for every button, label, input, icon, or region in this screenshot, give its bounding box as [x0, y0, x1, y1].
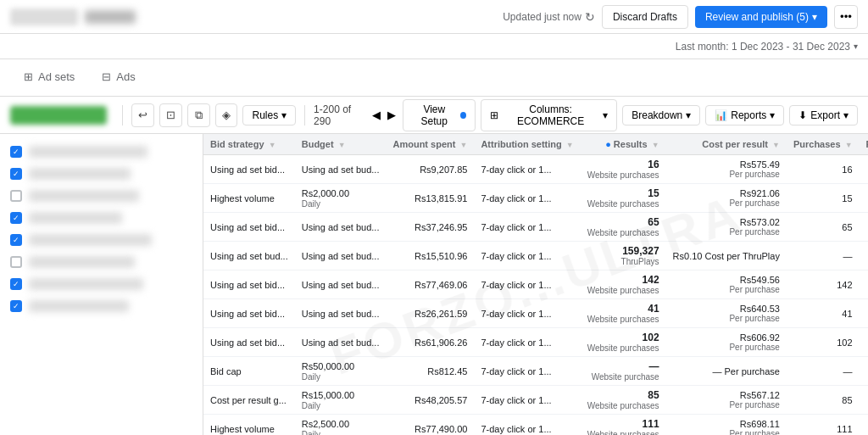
cell-amount-spent: Rs37,246.95 [386, 213, 474, 242]
logo [10, 8, 78, 25]
rules-button[interactable]: Rules ▾ [242, 105, 296, 125]
tab-adsets[interactable]: ⊞ Ad sets [10, 59, 88, 97]
cell-amount-spent: Rs77,469.06 [386, 270, 474, 299]
checkbox-1[interactable]: ✓ [10, 146, 22, 158]
reports-icon: 📊 [715, 109, 727, 121]
separator-2 [304, 105, 305, 125]
cell-results: 15 Website purchases [581, 184, 666, 213]
cell-cost-per-result: Rs549.56 Per purchase [666, 270, 787, 299]
breakdown-chevron-icon: ▾ [686, 109, 691, 121]
cell-amount-spent: Rs77,490.00 [386, 415, 474, 436]
sidebar-item-7[interactable]: ✓ [0, 273, 203, 295]
cell-purchase-roas: 12.72 [860, 155, 868, 184]
export-icon: ⬇ [798, 109, 807, 121]
cell-amount-spent: Rs812.45 [386, 357, 474, 386]
separator-1 [122, 105, 123, 125]
col-cost-per-result[interactable]: Cost per result ▼ [666, 134, 787, 155]
cell-cost-per-result: Rs921.06 Per purchase [666, 184, 787, 213]
breakdown-button[interactable]: Breakdown ▾ [622, 105, 700, 125]
cell-bid-strategy: Using ad set bid... [203, 155, 295, 184]
table-header-row: Bid strategy ▼ Budget ▼ Amount spent ▼ A… [203, 134, 868, 155]
col-purchase-roas[interactable]: Purchase ROAS (return on ad spend) ▼ [860, 134, 868, 155]
sidebar-item-2[interactable]: ✓ [0, 163, 203, 185]
cell-cost-per-result: Rs575.49 Per purchase [666, 155, 787, 184]
checkbox-6[interactable] [10, 256, 22, 268]
col-purchases[interactable]: Purchases ▼ [787, 134, 860, 155]
sidebar-item-8[interactable]: ✓ [0, 295, 203, 317]
delete-button[interactable]: ⊡ [159, 103, 182, 127]
checkbox-3[interactable] [10, 190, 22, 202]
table-row: Using ad set bid... Using ad set bud... … [203, 155, 868, 184]
cell-results: 41 Website purchases [581, 299, 666, 328]
cell-purchase-roas: 19.31 [860, 213, 868, 242]
top-bar-left [10, 8, 136, 25]
cell-bid-strategy: Highest volume [203, 415, 295, 436]
prev-page-button[interactable]: ◀ [370, 109, 382, 121]
checkbox-4[interactable]: ✓ [10, 212, 22, 224]
cell-purchases: — [787, 357, 860, 386]
cell-amount-spent: Rs9,207.85 [386, 155, 474, 184]
sidebar-label-7 [29, 278, 143, 290]
cell-cost-per-result: Rs0.10 Cost per ThruPlay [666, 242, 787, 270]
review-button[interactable]: Review and publish (5) ▾ [695, 6, 827, 28]
rules-chevron-icon: ▾ [281, 109, 287, 121]
sidebar-label-3 [29, 190, 139, 202]
columns-button[interactable]: ⊞ Columns: ECOMMERCE ▾ [481, 99, 617, 131]
cell-attribution: 7-day click or 1... [474, 155, 580, 184]
cell-purchase-roas: — [860, 357, 868, 386]
more-options-button[interactable]: ••• [834, 5, 858, 29]
account-name [85, 10, 136, 24]
cell-purchase-roas: 3.58 [860, 184, 868, 213]
sidebar-item-3[interactable] [0, 185, 203, 207]
main-content: ✓ ✓ ✓ ✓ [0, 134, 868, 435]
cell-budget: Using ad set bud... [295, 270, 387, 299]
cell-results: 16 Website purchases [581, 155, 666, 184]
discard-button[interactable]: Discard Drafts [602, 5, 688, 29]
sidebar-item-1[interactable]: ✓ [0, 141, 203, 163]
tag-button[interactable]: ◈ [215, 103, 238, 127]
next-page-button[interactable]: ▶ [386, 109, 398, 121]
checkbox-8[interactable]: ✓ [10, 300, 22, 312]
view-setup-button[interactable]: View Setup [403, 99, 476, 131]
tab-ads[interactable]: ⊟ Ads [88, 59, 148, 97]
col-amount-spent[interactable]: Amount spent ▼ [386, 134, 474, 155]
undo-button[interactable]: ↩ [131, 103, 154, 127]
cell-bid-strategy: Using ad set bud... [203, 242, 295, 270]
col-budget[interactable]: Budget ▼ [295, 134, 387, 155]
cell-cost-per-result: Rs567.12 Per purchase [666, 386, 787, 415]
sidebar-item-4[interactable]: ✓ [0, 207, 203, 229]
cell-budget: Using ad set bud... [295, 328, 387, 357]
checkbox-2[interactable]: ✓ [10, 168, 22, 180]
date-chevron-icon[interactable]: ▾ [854, 42, 858, 51]
more-icon: ••• [840, 10, 852, 23]
refresh-icon[interactable]: ↻ [585, 10, 595, 24]
sort-icon-cpr: ▼ [772, 141, 780, 149]
checkbox-7[interactable]: ✓ [10, 278, 22, 290]
sidebar-label-1 [29, 146, 147, 158]
cell-purchases: 142 [787, 270, 860, 299]
cell-bid-strategy: Using ad set bid... [203, 299, 295, 328]
cell-cost-per-result: Rs640.53 Per purchase [666, 299, 787, 328]
checkbox-5[interactable]: ✓ [10, 234, 22, 246]
sidebar-item-6[interactable] [0, 251, 203, 273]
cell-purchases: 85 [787, 386, 860, 415]
col-attribution[interactable]: Attribution setting ▼ [474, 134, 580, 155]
duplicate-button[interactable]: ⧉ [187, 103, 210, 127]
toolbar: ↩ ⊡ ⧉ ◈ Rules ▾ 1-200 of 290 ◀ ▶ View Se… [0, 97, 868, 134]
export-button[interactable]: ⬇ Export ▾ [789, 105, 858, 125]
cell-purchase-roas: 10.26 [860, 299, 868, 328]
col-bid-strategy[interactable]: Bid strategy ▼ [203, 134, 295, 155]
reports-button[interactable]: 📊 Reports ▾ [705, 105, 784, 125]
campaign-selector[interactable] [10, 106, 107, 125]
sidebar-item-5[interactable]: ✓ [0, 229, 203, 251]
columns-icon: ⊞ [490, 109, 498, 121]
table-row: Using ad set bid... Using ad set bud... … [203, 270, 868, 299]
cell-purchases: 65 [787, 213, 860, 242]
cell-attribution: 7-day click or 1... [474, 242, 580, 270]
cell-amount-spent: Rs15,510.96 [386, 242, 474, 270]
cell-purchase-roas: 10.88 [860, 328, 868, 357]
cell-budget: Using ad set bud... [295, 155, 387, 184]
sidebar-label-8 [29, 300, 129, 312]
cell-purchase-roas: 8.49 [860, 415, 868, 436]
col-results[interactable]: ● Results ▼ [581, 134, 666, 155]
